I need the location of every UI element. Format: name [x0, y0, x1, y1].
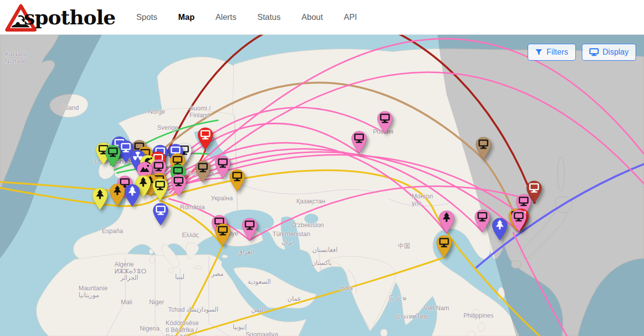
map-marker-monitor-brown[interactable] — [194, 160, 212, 183]
nav-api[interactable]: API — [344, 12, 357, 22]
map-marker-monitor-pink[interactable] — [510, 209, 528, 232]
map-marker-monitor-pink[interactable] — [241, 218, 259, 241]
map-marker-tree-pink[interactable] — [438, 210, 456, 233]
spot-arc-pink — [513, 233, 567, 336]
nav-status[interactable]: Status — [257, 12, 280, 22]
map-marker-monitor-gold[interactable] — [228, 169, 246, 192]
map-marker-monitor-gold[interactable] — [435, 235, 453, 258]
filters-button-label: Filters — [547, 48, 568, 57]
map-marker-monitor-brown[interactable] — [474, 137, 492, 160]
nav-map[interactable]: Map — [178, 12, 194, 22]
filters-button[interactable]: Filters — [528, 44, 576, 61]
map-marker-tree-yellow[interactable] — [91, 187, 109, 210]
map-marker-monitor-green[interactable] — [104, 145, 122, 168]
map-marker-monitor-pink[interactable] — [170, 174, 187, 197]
nav-about[interactable]: About — [301, 12, 323, 22]
map-marker-monitor-pink[interactable] — [473, 209, 491, 232]
spot-arc-blue — [476, 164, 644, 267]
map-marker-monitor-pink[interactable] — [376, 111, 394, 134]
brand-title: spothole — [24, 0, 115, 35]
display-icon — [589, 48, 599, 56]
map-marker-tree-blue[interactable] — [491, 218, 509, 241]
map-marker-monitor-blue[interactable] — [152, 203, 170, 226]
map-marker-monitor-gold[interactable] — [214, 223, 232, 246]
spot-arc-yellow — [160, 170, 540, 336]
main-nav: Spots Map Alerts Status About API — [136, 12, 357, 22]
logo[interactable]: spothole — [5, 0, 115, 35]
map-controls: Filters Display — [528, 44, 636, 61]
filter-icon — [535, 49, 543, 56]
nav-alerts[interactable]: Alerts — [215, 12, 236, 22]
display-button[interactable]: Display — [582, 44, 636, 61]
nav-spots[interactable]: Spots — [136, 12, 157, 22]
map-marker-tree-blue[interactable] — [123, 184, 141, 207]
spot-arc-pink — [169, 199, 250, 240]
map-marker-monitor-yellow[interactable] — [151, 178, 169, 201]
map-marker-monitor-pink[interactable] — [350, 131, 368, 154]
header: spothole Spots Map Alerts Status About A… — [0, 0, 644, 35]
spot-arc-yellow — [185, 257, 444, 336]
spot-arcs-svg — [0, 35, 644, 336]
world-map[interactable]: Kalaallit NunaatÍslandNorgeSverigeSuomi … — [0, 35, 644, 336]
spot-arc-yellow — [176, 246, 223, 336]
display-button-label: Display — [603, 48, 629, 57]
map-marker-monitor-red[interactable] — [196, 127, 214, 150]
